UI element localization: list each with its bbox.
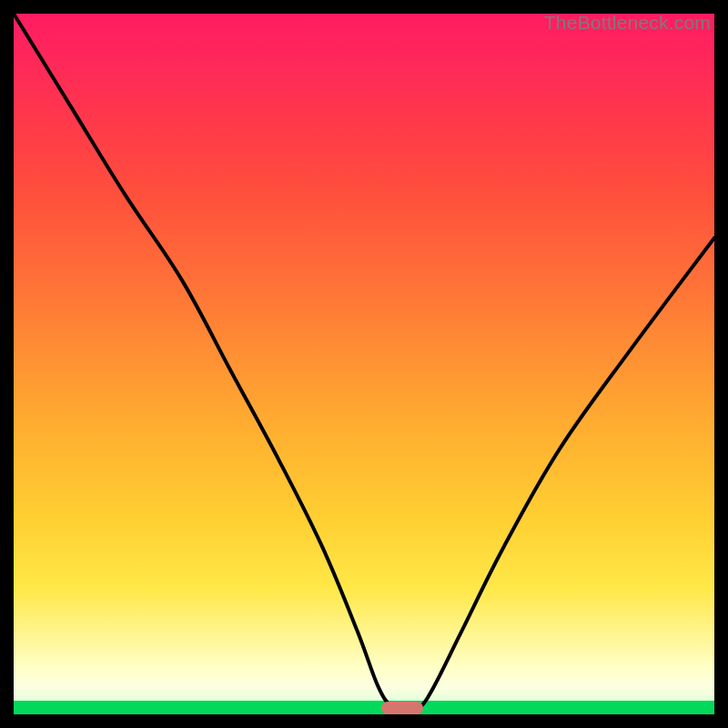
curve-path xyxy=(14,14,714,714)
plot-area: TheBottleneck.com xyxy=(14,14,714,714)
bottleneck-curve xyxy=(14,14,714,714)
minimum-marker xyxy=(381,702,423,714)
chart-frame: TheBottleneck.com xyxy=(0,0,728,728)
